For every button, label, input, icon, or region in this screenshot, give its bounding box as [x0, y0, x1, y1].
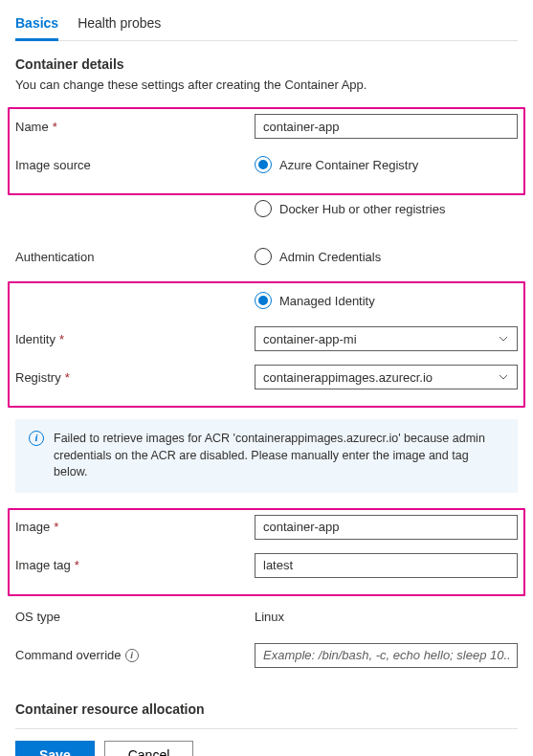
- registry-select[interactable]: containerappimages.azurecr.io: [255, 365, 518, 389]
- label-image: Image: [15, 520, 50, 534]
- highlight-identity-registry: Managed Identity Identity * container-ap…: [8, 281, 525, 408]
- section-desc: You can change these settings after crea…: [15, 78, 518, 92]
- required-mark: *: [53, 120, 57, 134]
- radio-managed-identity[interactable]: Managed Identity: [255, 287, 375, 314]
- tab-health-probes[interactable]: Health probes: [78, 10, 161, 40]
- resource-allocation-title: Container resource allocation: [15, 701, 518, 717]
- info-callout: i Failed to retrieve images for ACR 'con…: [15, 419, 518, 493]
- label-os-type: OS type: [15, 610, 60, 624]
- name-input[interactable]: [255, 114, 518, 139]
- info-icon[interactable]: i: [125, 649, 139, 662]
- os-type-value: Linux: [255, 610, 284, 624]
- highlight-image-tag: Image * Image tag *: [8, 508, 525, 596]
- radio-label: Admin Credentials: [279, 250, 381, 264]
- label-image-source: Image source: [15, 158, 91, 172]
- section-title: Container details: [15, 56, 518, 72]
- highlight-name-source: Name * Image source Azure Container Regi…: [8, 107, 525, 195]
- radio-docker-hub[interactable]: Docker Hub or other registries: [255, 195, 445, 222]
- radio-icon: [255, 156, 272, 173]
- radio-icon: [255, 200, 272, 217]
- required-mark: *: [59, 332, 64, 346]
- required-mark: *: [75, 558, 79, 572]
- label-command-override: Command override: [15, 648, 122, 662]
- footer-separator: [15, 728, 518, 729]
- image-tag-input[interactable]: [255, 553, 518, 578]
- label-name: Name: [15, 120, 49, 134]
- radio-icon: [255, 292, 272, 309]
- command-override-input[interactable]: [255, 643, 518, 668]
- chevron-down-icon: [498, 333, 509, 345]
- label-registry: Registry: [15, 370, 61, 385]
- identity-select[interactable]: container-app-mi: [255, 326, 518, 351]
- radio-icon: [255, 248, 272, 265]
- chevron-down-icon: [498, 371, 509, 383]
- button-row: Save Cancel: [15, 741, 518, 757]
- radio-label: Azure Container Registry: [279, 158, 418, 172]
- info-message: Failed to retrieve images for ACR 'conta…: [54, 431, 504, 481]
- radio-label: Managed Identity: [279, 294, 375, 308]
- cancel-button[interactable]: Cancel: [104, 741, 194, 757]
- radio-label: Docker Hub or other registries: [279, 202, 445, 216]
- image-input[interactable]: [255, 515, 518, 540]
- radio-azure-registry[interactable]: Azure Container Registry: [255, 151, 418, 178]
- radio-admin-credentials[interactable]: Admin Credentials: [255, 243, 381, 270]
- select-value: container-app-mi: [263, 332, 357, 346]
- tabs: Basics Health probes: [15, 10, 518, 41]
- save-button[interactable]: Save: [15, 741, 95, 757]
- tab-basics[interactable]: Basics: [15, 10, 58, 41]
- label-identity: Identity: [15, 332, 56, 346]
- required-mark: *: [54, 520, 58, 534]
- label-authentication: Authentication: [15, 250, 94, 264]
- select-value: containerappimages.azurecr.io: [263, 370, 433, 385]
- required-mark: *: [65, 370, 70, 385]
- label-image-tag: Image tag: [15, 558, 71, 572]
- info-icon: i: [29, 431, 44, 446]
